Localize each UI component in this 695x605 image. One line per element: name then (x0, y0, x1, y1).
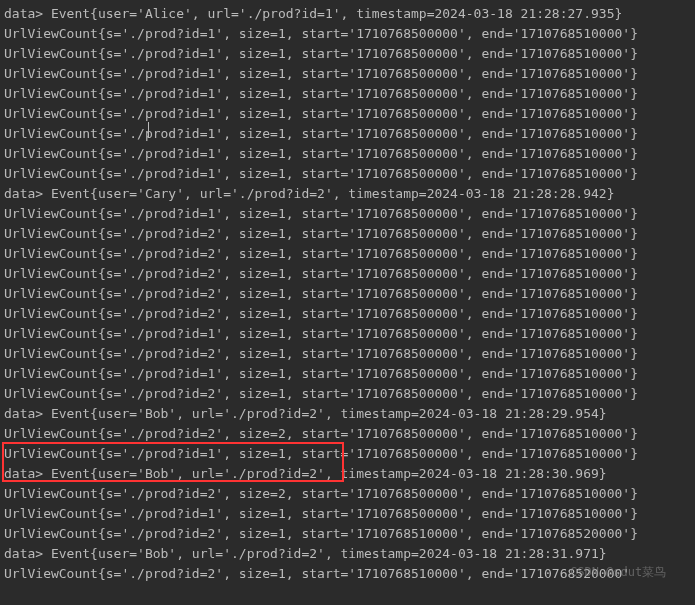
output-line: UrlViewCount{s='./prod?id=2', size=1, st… (4, 224, 691, 244)
output-line: UrlViewCount{s='./prod?id=2', size=1, st… (4, 284, 691, 304)
output-line: data> Event{user='Alice', url='./prod?id… (4, 4, 691, 24)
output-line: data> Event{user='Bob', url='./prod?id=2… (4, 464, 691, 484)
output-line: UrlViewCount{s='./prod?id=1', size=1, st… (4, 164, 691, 184)
output-line: UrlViewCount{s='./prod?id=1', size=1, st… (4, 364, 691, 384)
output-line: data> Event{user='Bob', url='./prod?id=2… (4, 404, 691, 424)
output-line: UrlViewCount{s='./prod?id=1', size=1, st… (4, 504, 691, 524)
output-line: data> Event{user='Bob', url='./prod?id=2… (4, 544, 691, 564)
output-line: UrlViewCount{s='./prod?id=1', size=1, st… (4, 64, 691, 84)
output-line: UrlViewCount{s='./prod?id=1', size=1, st… (4, 324, 691, 344)
text-cursor (148, 122, 149, 138)
terminal-output[interactable]: data> Event{user='Alice', url='./prod?id… (4, 4, 691, 584)
output-line: UrlViewCount{s='./prod?id=2', size=1, st… (4, 524, 691, 544)
watermark-text: CSDN @sdut菜鸟 (570, 562, 666, 582)
output-line: UrlViewCount{s='./prod?id=1', size=1, st… (4, 444, 691, 464)
output-line: UrlViewCount{s='./prod?id=2', size=2, st… (4, 424, 691, 444)
output-line: UrlViewCount{s='./prod?id=1', size=1, st… (4, 84, 691, 104)
output-line: UrlViewCount{s='./prod?id=2', size=1, st… (4, 264, 691, 284)
output-line: UrlViewCount{s='./prod?id=2', size=2, st… (4, 484, 691, 504)
output-line: UrlViewCount{s='./prod?id=2', size=1, st… (4, 344, 691, 364)
output-line: UrlViewCount{s='./prod?id=1', size=1, st… (4, 104, 691, 124)
output-line: data> Event{user='Cary', url='./prod?id=… (4, 184, 691, 204)
output-line: UrlViewCount{s='./prod?id=2', size=1, st… (4, 384, 691, 404)
output-line: UrlViewCount{s='./prod?id=1', size=1, st… (4, 124, 691, 144)
output-line: UrlViewCount{s='./prod?id=2', size=1, st… (4, 244, 691, 264)
output-line: UrlViewCount{s='./prod?id=1', size=1, st… (4, 204, 691, 224)
output-line: UrlViewCount{s='./prod?id=1', size=1, st… (4, 144, 691, 164)
output-line: UrlViewCount{s='./prod?id=1', size=1, st… (4, 44, 691, 64)
output-line: UrlViewCount{s='./prod?id=2', size=1, st… (4, 304, 691, 324)
output-line: UrlViewCount{s='./prod?id=1', size=1, st… (4, 24, 691, 44)
